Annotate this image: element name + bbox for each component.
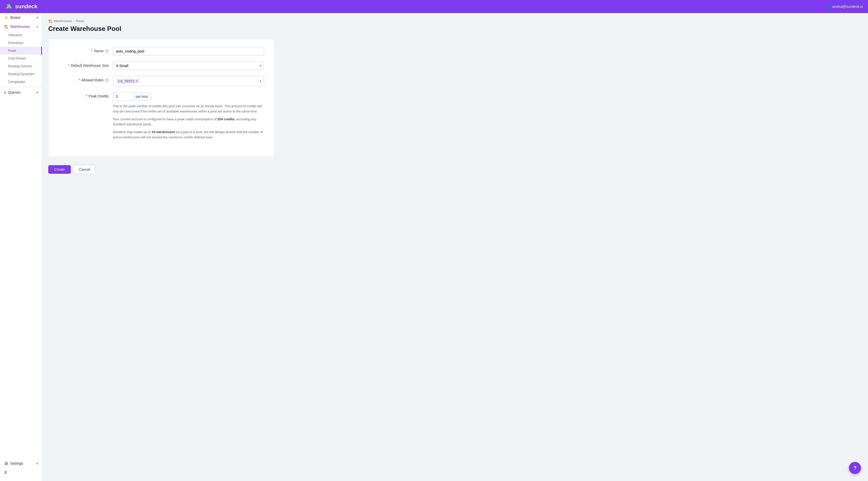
collapse-icon: ☰ <box>4 471 7 475</box>
broker-chevron: ▾ <box>37 16 38 19</box>
comparator-label: Comparator <box>8 80 25 84</box>
roles-required-star: * <box>79 78 80 82</box>
sidebar-sub-schedules[interactable]: Schedules <box>0 39 42 47</box>
warehouses-icon: 🏗️ <box>4 25 8 29</box>
sidebar: ⚡ Broker ▾ 🏗️ Warehouses ▾ Utilization S… <box>0 13 42 481</box>
breadcrumb-warehouses-icon: 🏗️ <box>48 19 52 23</box>
name-required-star: * <box>91 49 92 53</box>
warehouses-chevron: ▾ <box>37 25 38 28</box>
topnav: sundeck 👤 anshul@sundeck.io <box>0 0 868 13</box>
routing-dynamics-label: Routing Dynamics <box>8 72 35 76</box>
sidebar-sub-cost-drivers[interactable]: Cost Drivers <box>0 55 42 62</box>
button-row: Create Cancel <box>48 165 862 174</box>
warehouse-size-select-wrap: X-Small Small Medium Large X-Large ▾ <box>113 62 264 70</box>
main-content: 🏗️ Warehouses / Pools Create Warehouse P… <box>42 13 868 481</box>
peak-credits-control: per hour This is the peak number of cred… <box>113 92 264 142</box>
sidebar-sub-utilization[interactable]: Utilization <box>0 31 42 39</box>
warehouse-size-select[interactable]: X-Small Small Medium Large X-Large <box>113 62 264 70</box>
breadcrumb-sep: / <box>73 19 74 23</box>
sidebar-sub-pools[interactable]: Pools <box>0 47 42 55</box>
app-logo: sundeck <box>5 2 37 10</box>
queries-chevron: ▾ <box>37 91 38 94</box>
sidebar-sub-routing-cohorts[interactable]: Routing Cohorts <box>0 62 42 70</box>
name-help-icon[interactable]: ? <box>105 50 109 53</box>
role-tag-cs-test1: CS_TEST1 × <box>116 78 140 84</box>
name-control <box>113 47 264 56</box>
info-paragraph-3: Sundeck may create up to 10 warehouses a… <box>113 130 264 140</box>
sidebar-sub-routing-dynamics[interactable]: Routing Dynamics <box>0 70 42 78</box>
roles-tags-input[interactable]: CS_TEST1 × ▾ <box>113 76 264 86</box>
routing-cohorts-label: Routing Cohorts <box>8 64 32 68</box>
help-fab[interactable]: ? <box>849 462 861 474</box>
user-icon: 👤 <box>827 4 831 8</box>
allowed-roles-label: * Allowed Roles ? <box>59 76 109 82</box>
sidebar-queries-label: Queries <box>8 90 20 94</box>
sidebar-divider <box>0 87 42 87</box>
logo-icon <box>5 2 13 10</box>
peak-credits-row: * Peak Credits per hour This is the peak… <box>59 92 264 142</box>
help-fab-label: ? <box>854 465 857 471</box>
pools-label: Pools <box>8 49 16 53</box>
role-tag-label: CS_TEST1 <box>118 79 135 83</box>
allowed-roles-control: CS_TEST1 × ▾ <box>113 76 264 86</box>
size-required-star: * <box>68 64 69 67</box>
roles-chevron: ▾ <box>260 79 261 83</box>
warehouse-size-label: * Default Warehouse Size <box>59 62 109 67</box>
peak-credits-input-wrap: per hour <box>113 92 264 101</box>
svg-point-2 <box>7 4 8 6</box>
user-info: 👤 anshul@sundeck.io <box>827 4 863 8</box>
breadcrumb: 🏗️ Warehouses / Pools <box>48 19 862 23</box>
breadcrumb-pools: Pools <box>76 19 84 23</box>
sidebar-sub-comparator[interactable]: Comparator <box>0 78 42 86</box>
info-paragraph-1: This is the peak number of credits this … <box>113 104 264 114</box>
info-text-block: This is the peak number of credits this … <box>113 104 264 140</box>
broker-icon: ⚡ <box>4 15 8 20</box>
allowed-roles-row: * Allowed Roles ? CS_TEST1 × ▾ <box>59 76 264 86</box>
roles-help-icon[interactable]: ? <box>105 78 109 82</box>
per-hour-badge: per hour <box>133 92 151 101</box>
create-button[interactable]: Create <box>48 165 71 174</box>
warehouse-size-row: * Default Warehouse Size X-Small Small M… <box>59 62 264 70</box>
peak-credits-label: * Peak Credits <box>59 92 109 98</box>
sidebar-item-queries[interactable]: ≡ Queries ▾ <box>0 88 42 97</box>
queries-icon: ≡ <box>4 90 6 94</box>
warehouse-size-control: X-Small Small Medium Large X-Large ▾ <box>113 62 264 70</box>
name-row: * Name ? <box>59 47 264 56</box>
schedules-label: Schedules <box>8 41 23 45</box>
form-card: * Name ? * Default Warehouse Size X <box>48 39 274 157</box>
credits-required-star: * <box>86 94 87 98</box>
name-label: * Name ? <box>59 47 109 53</box>
role-tag-remove[interactable]: × <box>135 79 137 83</box>
info-3-prefix: Sundeck may create up to <box>113 130 152 134</box>
cost-drivers-label: Cost Drivers <box>8 57 26 60</box>
page-title: Create Warehouse Pool <box>48 25 862 33</box>
settings-chevron: ▾ <box>37 462 38 465</box>
utilization-label: Utilization <box>8 33 22 37</box>
name-input[interactable] <box>113 47 264 56</box>
sidebar-item-settings[interactable]: ⚙️ Settings ▾ <box>0 459 42 468</box>
sidebar-broker-label: Broker <box>10 15 21 20</box>
sidebar-item-warehouses[interactable]: 🏗️ Warehouses ▾ <box>0 22 42 31</box>
sidebar-settings-label: Settings <box>10 461 23 466</box>
app-name: sundeck <box>15 3 37 10</box>
info-2-bold: 204 credits <box>217 117 235 121</box>
sidebar-item-broker[interactable]: ⚡ Broker ▾ <box>0 13 42 22</box>
info-paragraph-2: Your current account is configured to ha… <box>113 117 264 127</box>
info-2-prefix: Your current account is configured to ha… <box>113 117 217 121</box>
user-email: anshul@sundeck.io <box>832 4 863 8</box>
cancel-button[interactable]: Cancel <box>74 165 95 174</box>
peak-credits-input[interactable] <box>113 92 133 101</box>
sidebar-item-collapse[interactable]: ☰ <box>0 468 42 477</box>
sidebar-warehouses-label: Warehouses <box>10 25 30 29</box>
settings-icon: ⚙️ <box>4 461 8 466</box>
info-3-bold: 10 warehouses <box>152 130 175 134</box>
breadcrumb-warehouses-link[interactable]: Warehouses <box>54 19 72 23</box>
